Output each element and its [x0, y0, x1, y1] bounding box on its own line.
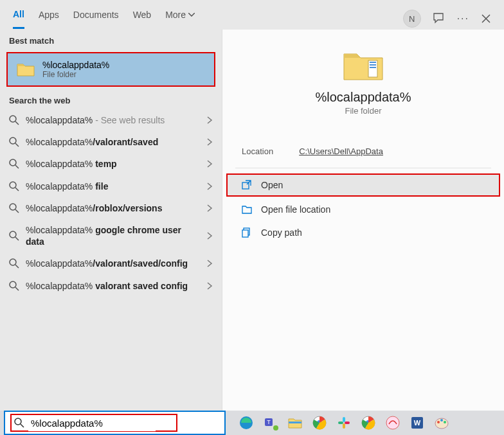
- taskbar-slack-icon[interactable]: [335, 414, 353, 432]
- tab-all[interactable]: All: [13, 9, 24, 29]
- search-icon: [9, 258, 19, 269]
- taskbar-chrome2-icon[interactable]: [359, 414, 377, 432]
- feedback-icon[interactable]: [433, 12, 446, 25]
- svg-point-33: [437, 421, 440, 423]
- svg-text:W: W: [414, 419, 421, 427]
- action-open[interactable]: Open: [226, 173, 500, 197]
- svg-rect-9: [370, 62, 376, 63]
- taskbar-edge-icon[interactable]: [237, 414, 255, 432]
- chevron-right-icon: [206, 116, 213, 125]
- tab-apps[interactable]: Apps: [39, 10, 59, 28]
- tab-more[interactable]: More: [165, 10, 195, 28]
- web-result-item[interactable]: %localappdata% google chrome user data: [0, 219, 222, 253]
- taskbar: T W: [0, 411, 504, 435]
- search-icon: [9, 231, 19, 241]
- chevron-right-icon: [206, 281, 213, 290]
- chevron-right-icon: [206, 182, 213, 191]
- tab-bar: All Apps Documents Web More N ···: [0, 0, 504, 30]
- svg-rect-26: [345, 422, 350, 424]
- search-icon: [9, 137, 19, 147]
- svg-point-4: [10, 204, 16, 210]
- web-result-item[interactable]: %localappdata% file: [0, 175, 222, 197]
- svg-point-6: [10, 259, 16, 265]
- action-copy-path[interactable]: Copy path: [222, 221, 504, 244]
- web-result-text: %localappdata% file: [26, 181, 200, 192]
- svg-point-2: [10, 159, 16, 166]
- best-match-subtitle: File folder: [42, 70, 109, 79]
- search-icon: [9, 159, 19, 169]
- taskbar-explorer-icon[interactable]: [286, 414, 304, 432]
- taskbar-app-icon[interactable]: [384, 414, 402, 432]
- folder-icon: [343, 49, 384, 82]
- copy-icon: [242, 227, 252, 238]
- svg-point-29: [386, 416, 399, 429]
- action-open-location[interactable]: Open file location: [222, 198, 504, 221]
- search-icon: [9, 281, 19, 291]
- chevron-down-icon: [188, 13, 195, 17]
- more-options-icon[interactable]: ···: [457, 13, 469, 24]
- action-copy-path-label: Copy path: [261, 227, 302, 238]
- svg-point-5: [10, 231, 16, 238]
- web-result-text: %localappdata% temp: [26, 158, 200, 170]
- svg-point-7: [10, 281, 16, 288]
- search-bar[interactable]: [4, 411, 226, 435]
- web-result-item[interactable]: %localappdata%/valorant/saved/config: [0, 253, 222, 274]
- web-result-item[interactable]: %localappdata%/roblox/versions: [0, 197, 222, 219]
- chevron-right-icon: [206, 138, 213, 146]
- tab-web[interactable]: Web: [133, 10, 152, 28]
- web-result-text: %localappdata% - See web results: [26, 114, 200, 126]
- taskbar-word-icon[interactable]: W: [408, 414, 426, 432]
- best-match-item[interactable]: %localappdata% File folder: [6, 52, 215, 87]
- svg-point-19: [273, 425, 278, 431]
- web-result-item[interactable]: %localappdata% - See web results: [0, 109, 222, 131]
- chevron-right-icon: [206, 204, 213, 213]
- svg-point-0: [10, 116, 16, 122]
- chevron-right-icon: [206, 259, 213, 268]
- web-result-text: %localappdata%/roblox/versions: [26, 202, 200, 214]
- svg-point-3: [10, 182, 16, 188]
- svg-point-1: [10, 138, 16, 144]
- close-icon[interactable]: [481, 13, 491, 24]
- svg-rect-23: [343, 417, 345, 422]
- action-open-location-label: Open file location: [261, 204, 330, 215]
- tab-more-label: More: [165, 10, 186, 20]
- search-icon: [9, 115, 19, 125]
- search-icon: [9, 203, 19, 213]
- action-open-label: Open: [261, 180, 283, 190]
- folder-open-icon: [242, 204, 252, 215]
- search-icon: [14, 418, 24, 428]
- avatar[interactable]: N: [403, 10, 421, 28]
- results-panel: Best match %localappdata% File folder Se…: [0, 30, 222, 411]
- svg-rect-20: [289, 422, 302, 423]
- web-result-item[interactable]: %localappdata%/valorant/saved: [0, 131, 222, 153]
- best-match-title: %localappdata%: [42, 60, 109, 70]
- web-result-item[interactable]: %localappdata% temp: [0, 153, 222, 175]
- web-result-text: %localappdata%/valorant/saved/config: [26, 258, 200, 269]
- svg-rect-10: [370, 64, 376, 66]
- preview-subtitle: File folder: [222, 106, 504, 116]
- preview-title: %localappdata%: [222, 90, 504, 105]
- svg-point-35: [444, 421, 446, 423]
- search-icon: [9, 181, 19, 191]
- web-result-text: %localappdata%/valorant/saved: [26, 136, 200, 148]
- svg-text:T: T: [267, 419, 271, 425]
- search-input[interactable]: [28, 415, 156, 431]
- chevron-right-icon: [206, 159, 213, 168]
- search-web-heading: Search the web: [0, 89, 222, 109]
- svg-point-34: [440, 419, 443, 422]
- location-label: Location: [242, 146, 273, 156]
- svg-rect-24: [338, 422, 343, 424]
- taskbar-teams-icon[interactable]: T: [262, 414, 280, 432]
- tab-documents[interactable]: Documents: [73, 10, 119, 28]
- taskbar-chrome-icon[interactable]: [310, 414, 328, 432]
- taskbar-paint-icon[interactable]: [433, 414, 451, 432]
- open-icon: [242, 180, 252, 190]
- preview-panel: %localappdata% File folder Location C:\U…: [222, 30, 504, 411]
- folder-icon: [17, 62, 35, 77]
- web-result-item[interactable]: %localappdata% valorant saved config: [0, 275, 222, 297]
- location-path[interactable]: C:\Users\Dell\AppData: [299, 146, 383, 156]
- svg-point-15: [15, 418, 21, 425]
- svg-rect-11: [370, 67, 376, 68]
- web-result-text: %localappdata% valorant saved config: [26, 280, 200, 292]
- chevron-right-icon: [206, 231, 213, 240]
